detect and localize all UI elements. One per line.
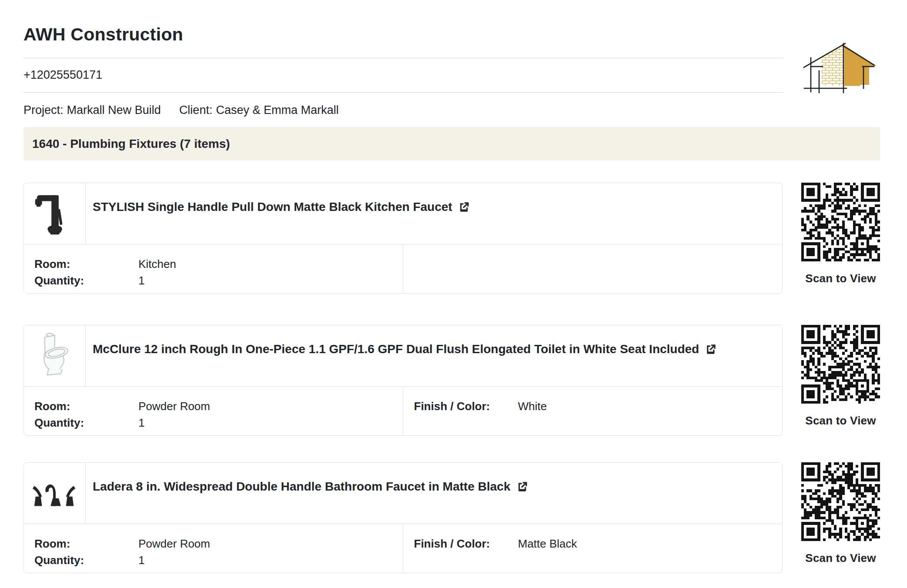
item-card-top: McClure 12 inch Rough In One-Piece 1.1 G…: [24, 325, 782, 387]
bathroom-faucet-image: [29, 468, 81, 519]
qr-caption: Scan to View: [801, 551, 880, 565]
project-name: Markall New Build: [67, 104, 161, 117]
details-right-column: [403, 244, 782, 294]
kitchen-faucet-image: [29, 188, 81, 239]
item-details: Room: Powder Room Quantity: 1 Finish / C…: [24, 387, 782, 436]
project-pair: Project:Markall New Build: [24, 104, 161, 117]
finish-label: Finish / Color:: [414, 398, 518, 414]
room-value: Powder Room: [138, 535, 210, 552]
detail-row-room: Room: Kitchen: [34, 256, 403, 272]
product-title[interactable]: McClure 12 inch Rough In One-Piece 1.1 G…: [86, 325, 782, 386]
detail-row-quantity: Quantity: 1: [34, 552, 403, 568]
company-name: AWH Construction: [24, 24, 783, 58]
quantity-value: 1: [138, 272, 144, 289]
item-card-kitchen-faucet: STYLISH Single Handle Pull Down Matte Bl…: [24, 183, 783, 294]
details-left-column: Room: Powder Room Quantity: 1: [24, 387, 403, 436]
plumbing-fixtures-report-page: AWH Construction +12025550171 Project:Ma…: [0, 0, 907, 588]
detail-row-quantity: Quantity: 1: [34, 272, 403, 289]
finish-value: Matte Black: [518, 535, 577, 552]
details-left-column: Room: Powder Room Quantity: 1: [24, 524, 403, 573]
room-label: Room:: [34, 256, 138, 272]
details-right-column: Finish / Color: White: [403, 387, 782, 436]
quantity-value: 1: [138, 414, 144, 431]
qr-code: [801, 183, 880, 261]
product-title-text[interactable]: McClure 12 inch Rough In One-Piece 1.1 G…: [93, 342, 699, 356]
room-value: Powder Room: [138, 398, 210, 414]
section-title: 1640 - Plumbing Fixtures (7 items): [32, 137, 230, 151]
detail-row-quantity: Quantity: 1: [34, 414, 403, 431]
product-title-text[interactable]: STYLISH Single Handle Pull Down Matte Bl…: [93, 200, 452, 214]
details-right-column: Finish / Color: Matte Black: [403, 524, 782, 573]
client-pair: Client:Casey & Emma Markall: [179, 104, 339, 117]
project-label: Project:: [24, 104, 64, 117]
detail-row-finish: Finish / Color: White: [414, 398, 782, 414]
report-header: AWH Construction +12025550171 Project:Ma…: [24, 0, 783, 117]
detail-row-finish: Finish / Color: Matte Black: [414, 535, 782, 552]
qr-block: Scan to View: [801, 462, 880, 565]
company-phone: +12025550171: [24, 58, 783, 93]
client-label: Client:: [179, 104, 213, 117]
detail-row-room: Room: Powder Room: [34, 398, 403, 414]
external-link-icon[interactable]: [705, 344, 716, 358]
project-client-line: Project:Markall New BuildClient:Casey & …: [24, 93, 783, 117]
company-logo-icon: [803, 41, 879, 96]
item-card-top: Ladera 8 in. Widespread Double Handle Ba…: [24, 463, 782, 524]
qr-block: Scan to View: [801, 325, 880, 428]
room-value: Kitchen: [138, 256, 176, 272]
external-link-icon[interactable]: [517, 481, 528, 496]
external-link-icon[interactable]: [458, 201, 470, 216]
toilet-image: [29, 330, 81, 381]
product-thumbnail: [24, 325, 86, 386]
quantity-label: Quantity:: [34, 552, 138, 568]
quantity-label: Quantity:: [34, 414, 138, 431]
detail-row-room: Room: Powder Room: [34, 535, 403, 552]
client-name: Casey & Emma Markall: [216, 104, 339, 117]
item-details: Room: Powder Room Quantity: 1 Finish / C…: [24, 524, 782, 573]
finish-label: Finish / Color:: [414, 535, 518, 552]
quantity-value: 1: [138, 552, 144, 568]
item-details: Room: Kitchen Quantity: 1: [24, 244, 782, 294]
qr-code: [801, 462, 880, 541]
qr-caption: Scan to View: [801, 272, 880, 285]
quantity-label: Quantity:: [34, 272, 138, 289]
product-thumbnail: [24, 463, 86, 524]
qr-caption: Scan to View: [801, 414, 880, 428]
item-card-top: STYLISH Single Handle Pull Down Matte Bl…: [24, 183, 782, 244]
room-label: Room:: [34, 535, 138, 552]
room-label: Room:: [34, 398, 138, 414]
product-title[interactable]: STYLISH Single Handle Pull Down Matte Bl…: [86, 183, 782, 244]
qr-block: Scan to View: [801, 183, 880, 285]
product-title-text[interactable]: Ladera 8 in. Widespread Double Handle Ba…: [93, 480, 511, 493]
item-card-toilet: McClure 12 inch Rough In One-Piece 1.1 G…: [24, 325, 783, 436]
finish-value: White: [518, 398, 547, 414]
product-title[interactable]: Ladera 8 in. Widespread Double Handle Ba…: [86, 463, 782, 524]
item-card-bathroom-faucet: Ladera 8 in. Widespread Double Handle Ba…: [24, 462, 783, 573]
details-left-column: Room: Kitchen Quantity: 1: [24, 244, 403, 294]
qr-code: [801, 325, 880, 404]
product-thumbnail: [24, 183, 86, 244]
section-header: 1640 - Plumbing Fixtures (7 items): [24, 127, 880, 160]
